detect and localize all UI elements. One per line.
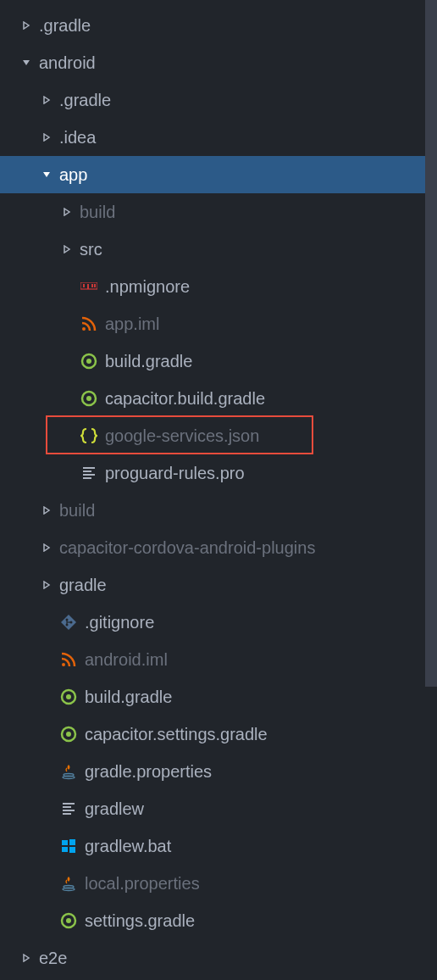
svg-rect-3 (91, 284, 93, 287)
tree-item-label: android.iml (85, 650, 168, 670)
lines-icon (59, 799, 78, 818)
chevron-placeholder (41, 915, 53, 927)
tree-item[interactable]: capacitor-cordova-android-plugins (0, 529, 437, 566)
tree-item-label: build (80, 203, 115, 222)
gradle-icon (59, 688, 78, 706)
chevron-down-icon[interactable] (41, 169, 53, 181)
tree-item-label: capacitor.build.gradle (105, 389, 265, 409)
tree-item-label: .gradle (59, 91, 111, 110)
tree-item[interactable]: src (0, 231, 437, 268)
chevron-right-icon[interactable] (20, 952, 32, 964)
tree-item[interactable]: android.iml (0, 641, 437, 678)
tree-item[interactable]: app.iml (0, 305, 437, 342)
tree-item-label: settings.gradle (85, 911, 195, 931)
chevron-right-icon[interactable] (41, 504, 53, 516)
lines-icon (80, 464, 98, 482)
svg-rect-2 (87, 284, 89, 289)
tree-item[interactable]: gradlew.bat (0, 827, 437, 865)
chevron-placeholder (61, 318, 73, 330)
npm-icon (80, 277, 98, 296)
svg-rect-32 (62, 847, 68, 852)
svg-rect-30 (62, 840, 68, 845)
tree-item-label: android (39, 53, 96, 73)
chevron-right-icon[interactable] (61, 206, 73, 218)
svg-rect-33 (69, 847, 75, 853)
svg-point-7 (86, 359, 91, 364)
tree-item-label: src (80, 240, 102, 259)
tree-item-label: capacitor.settings.gradle (85, 725, 268, 744)
tree-item[interactable]: google-services.json (0, 417, 437, 454)
tree-item[interactable]: local.properties (0, 865, 437, 902)
tree-item[interactable]: gradlew (0, 790, 437, 827)
tree-item[interactable]: .idea (0, 119, 437, 156)
chevron-right-icon[interactable] (61, 243, 73, 255)
svg-point-5 (82, 327, 86, 331)
chevron-placeholder (41, 877, 53, 889)
svg-rect-1 (83, 284, 85, 287)
chevron-right-icon[interactable] (41, 94, 53, 106)
tree-item-label: app (59, 165, 87, 185)
tree-item-label: proguard-rules.pro (105, 464, 245, 483)
tree-item-label: google-services.json (105, 426, 259, 446)
svg-rect-4 (94, 284, 96, 287)
rss-icon (59, 650, 78, 669)
tree-item[interactable]: app (0, 156, 437, 193)
tree-item-label: build.gradle (105, 352, 192, 371)
chevron-placeholder (61, 393, 73, 404)
tree-item[interactable]: .gitignore (0, 604, 437, 641)
chevron-right-icon[interactable] (20, 19, 32, 31)
chevron-placeholder (41, 654, 53, 665)
tree-item[interactable]: capacitor.settings.gradle (0, 716, 437, 753)
tree-item[interactable]: build (0, 193, 437, 231)
chevron-placeholder (61, 430, 73, 442)
git-icon (59, 613, 78, 632)
tree-item-label: gradlew.bat (85, 837, 171, 856)
svg-point-23 (66, 732, 71, 737)
windows-icon (59, 837, 78, 855)
tree-item-label: .idea (59, 128, 96, 148)
chevron-placeholder (41, 766, 53, 777)
tree-item[interactable]: gradle (0, 566, 437, 604)
tree-item-label: build (59, 501, 95, 521)
svg-point-25 (63, 777, 75, 779)
tree-item[interactable]: build.gradle (0, 678, 437, 716)
chevron-placeholder (61, 281, 73, 292)
gradle-icon (59, 911, 78, 930)
java-icon (59, 874, 78, 893)
json-icon (80, 426, 98, 445)
tree-item[interactable]: android (0, 44, 437, 81)
tree-item[interactable]: .gradle (0, 81, 437, 119)
tree-item[interactable]: build.gradle (0, 342, 437, 380)
gradle-icon (59, 725, 78, 743)
tree-item-label: .gradle (39, 16, 91, 36)
gradle-icon (80, 389, 98, 408)
tree-item[interactable]: e2e (0, 939, 437, 977)
chevron-down-icon[interactable] (20, 57, 32, 69)
tree-item[interactable]: capacitor.build.gradle (0, 380, 437, 417)
svg-point-35 (63, 888, 75, 891)
chevron-right-icon[interactable] (41, 131, 53, 143)
chevron-placeholder (41, 616, 53, 628)
tree-item-label: e2e (39, 949, 67, 968)
tree-item[interactable]: .npmignore (0, 268, 437, 305)
chevron-right-icon[interactable] (41, 542, 53, 554)
tree-item[interactable]: proguard-rules.pro (0, 454, 437, 492)
chevron-placeholder (41, 691, 53, 703)
tree-item-label: local.properties (85, 874, 200, 894)
tree-item[interactable]: gradle.properties (0, 753, 437, 790)
chevron-right-icon[interactable] (41, 579, 53, 591)
svg-point-21 (66, 694, 71, 699)
tree-item-label: gradlew (85, 799, 144, 819)
svg-point-37 (66, 918, 71, 923)
chevron-placeholder (41, 803, 53, 815)
chevron-placeholder (41, 840, 53, 852)
tree-item[interactable]: .gradle (0, 7, 437, 44)
svg-point-9 (86, 396, 91, 401)
tree-item-label: app.iml (105, 315, 159, 334)
tree-item[interactable]: settings.gradle (0, 902, 437, 939)
scrollbar[interactable] (425, 0, 437, 687)
svg-rect-31 (69, 839, 75, 845)
tree-item[interactable]: build (0, 492, 437, 529)
tree-item-label: gradle (59, 576, 107, 595)
tree-item-label: capacitor-cordova-android-plugins (59, 538, 315, 558)
